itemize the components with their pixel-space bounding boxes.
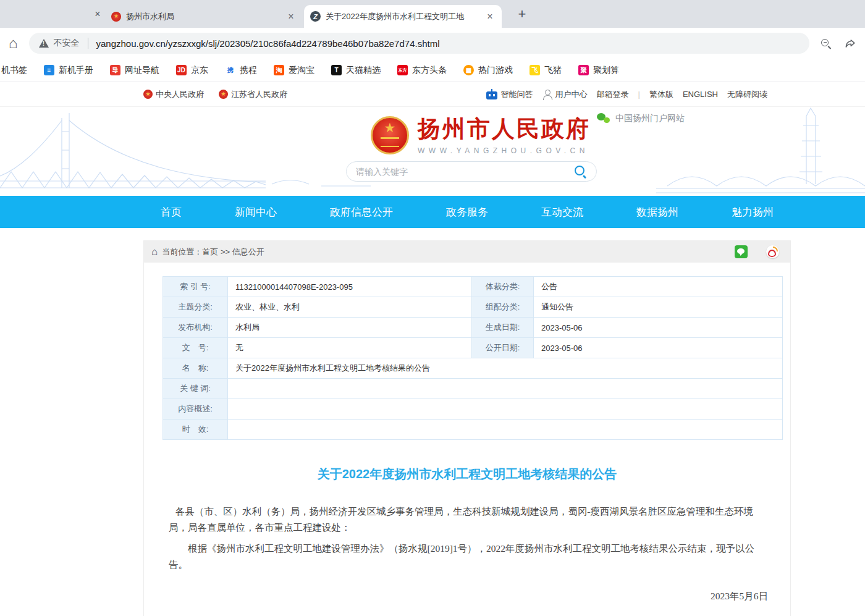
meta-value: 关于2022年度扬州市水利工程文明工地考核结果的公告: [228, 358, 783, 379]
bookmark-label: 新机手册: [59, 65, 93, 76]
bookmark-site-nav[interactable]: 导网址导航: [110, 65, 159, 76]
search-input[interactable]: [356, 167, 569, 177]
national-emblem-icon: [371, 116, 409, 154]
bookmark-phone-bookmarks[interactable]: 机书签: [1, 65, 27, 76]
nav-item-interaction[interactable]: 互动交流: [541, 205, 583, 219]
portal-link[interactable]: 中国扬州门户网站: [597, 113, 685, 124]
smart-qa-link[interactable]: 智能问答: [486, 89, 533, 100]
meta-label: 发布机构:: [163, 318, 228, 338]
bookmark-label: 东方头条: [412, 65, 447, 76]
close-tab-icon[interactable]: [92, 9, 103, 20]
bookmark-label: 爱淘宝: [289, 65, 314, 76]
site-favicon: [310, 11, 321, 22]
bookmark-ctrip[interactable]: 携携程: [225, 65, 257, 76]
share-icon[interactable]: [845, 38, 856, 49]
site-logo[interactable]: 扬州市人民政府 WWW.YANGZHOU.GOV.CN: [371, 116, 591, 155]
english-link[interactable]: ENGLISH: [683, 90, 718, 99]
bookmark-juhuasuan[interactable]: 聚聚划算: [578, 65, 619, 76]
robot-icon: [486, 91, 497, 99]
meta-label: 时 效:: [163, 420, 228, 440]
main-nav: 首页新闻中心政府信息公开政务服务互动交流数据扬州魅力扬州: [0, 196, 865, 228]
main-nav-inner: 首页新闻中心政府信息公开政务服务互动交流数据扬州魅力扬州: [143, 196, 791, 228]
tab-title: 关于2022年度扬州市水利工程文明工地: [326, 11, 479, 22]
utility-links: 智能问答 用户中心 邮箱登录 | 繁体版 ENGLISH 无障碍阅读: [486, 89, 767, 100]
meta-value: [228, 420, 783, 440]
not-secure-warning-icon[interactable]: [39, 39, 49, 48]
close-tab-icon[interactable]: [484, 11, 496, 22]
meta-label: 主题分类:: [163, 297, 228, 318]
user-icon: [542, 90, 552, 99]
bookmark-tmall[interactable]: T天猫精选: [331, 65, 381, 76]
meta-row: 名 称:关于2022年度扬州市水利工程文明工地考核结果的公告: [163, 358, 783, 379]
nav-item-services[interactable]: 政务服务: [446, 205, 488, 219]
nav-item-news[interactable]: 新闻中心: [235, 205, 277, 219]
bookmark-manual[interactable]: ≡新机手册: [44, 65, 93, 76]
new-tab-button[interactable]: [514, 6, 530, 22]
meta-row: 索 引 号:11321000014407098E-2023-095体裁分类:公告: [163, 277, 783, 297]
browser-tab-strip: 扬州市水利局 关于2022年度扬州市水利工程文明工地: [0, 0, 865, 28]
meta-label: 文 号:: [163, 338, 228, 358]
user-center-link[interactable]: 用户中心: [542, 89, 588, 100]
search-icon[interactable]: [574, 165, 587, 178]
gov-link-label: 中央人民政府: [156, 89, 204, 100]
jd-icon: JD: [176, 65, 187, 75]
traditional-version-link[interactable]: 繁体版: [649, 89, 673, 100]
nav-item-charm[interactable]: 魅力扬州: [732, 205, 774, 219]
fliggy-pig-icon: 飞: [530, 65, 540, 75]
gov-link-1[interactable]: 江苏省人民政府: [219, 89, 287, 100]
bookmark-label: 聚划算: [593, 65, 619, 76]
site-name: 扬州市人民政府: [418, 116, 591, 143]
divider: |: [638, 90, 640, 99]
address-bar[interactable]: 不安全 yangzhou.gov.cn/yzszxxgk/slj/202305/…: [29, 33, 810, 54]
nav-item-info-disclosure[interactable]: 政府信息公开: [330, 205, 393, 219]
meta-value: 11321000014407098E-2023-095: [228, 277, 472, 297]
bookmark-games[interactable]: ▦热门游戏: [463, 65, 513, 76]
bookmark-label: 携程: [240, 65, 257, 76]
wechat-share-icon[interactable]: [735, 245, 748, 258]
meta-row: 主题分类:农业、林业、水利组配分类:通知公告: [163, 297, 783, 318]
bookmark-label: 京东: [191, 65, 208, 76]
tab-announcement-active[interactable]: 关于2022年度扬州市水利工程文明工地: [304, 5, 502, 28]
meta-value: 水利局: [228, 318, 472, 338]
breadcrumb-home-icon[interactable]: [151, 247, 158, 257]
bookmark-toutiao[interactable]: 东方东方头条: [397, 65, 447, 76]
meta-label: 名 称:: [163, 358, 228, 379]
mail-login-link[interactable]: 邮箱登录: [597, 89, 629, 100]
close-tab-icon[interactable]: [285, 11, 297, 22]
meta-value: 公告: [534, 277, 783, 297]
weibo-share-icon[interactable]: [766, 245, 779, 258]
zoom-out-icon[interactable]: [821, 38, 831, 49]
meta-value: [228, 399, 783, 420]
meta-row: 发布机构:水利局生成日期:2023-05-06: [163, 318, 783, 338]
taobao-icon: 淘: [274, 65, 284, 75]
omnibox-divider: [88, 38, 88, 49]
meta-label: 生成日期:: [472, 318, 534, 338]
meta-row: 关 键 词:: [163, 379, 783, 399]
meta-value: 2023-05-06: [534, 338, 783, 358]
bookmark-aitaobao[interactable]: 淘爱淘宝: [274, 65, 314, 76]
tab-yangzhou-water-bureau[interactable]: 扬州市水利局: [105, 5, 303, 28]
meta-table-body: 索 引 号:11321000014407098E-2023-095体裁分类:公告…: [163, 277, 783, 440]
browser-toolbar: 不安全 yangzhou.gov.cn/yzszxxgk/slj/202305/…: [0, 28, 865, 59]
home-icon[interactable]: [9, 36, 18, 51]
tmall-icon: T: [331, 65, 342, 75]
nav-item-home[interactable]: 首页: [161, 205, 182, 219]
bookmark-label: 天猫精选: [346, 65, 381, 76]
smart-qa-label: 智能问答: [501, 89, 533, 100]
article-date: 2023年5月6日: [144, 590, 790, 603]
nav-item-data[interactable]: 数据扬州: [636, 205, 678, 219]
meta-value: 农业、林业、水利: [228, 297, 472, 318]
bookmark-label: 热门游戏: [478, 65, 513, 76]
gov-link-0[interactable]: 中央人民政府: [143, 89, 204, 100]
ctrip-dolphin-icon: 携: [225, 65, 235, 75]
accessibility-link[interactable]: 无障碍阅读: [727, 89, 767, 100]
url-text: yangzhou.gov.cn/yzszxxgk/slj/202305/210c…: [96, 38, 440, 49]
gov-links: 中央人民政府江苏省人民政府: [143, 89, 302, 100]
portal-label: 中国扬州门户网站: [615, 113, 685, 124]
bookmark-jd[interactable]: JD京东: [176, 65, 208, 76]
bookmark-fliggy[interactable]: 飞飞猪: [530, 65, 562, 76]
meta-label: 公开日期:: [472, 338, 534, 358]
bookmark-label: 网址导航: [125, 65, 159, 76]
meta-table: 索 引 号:11321000014407098E-2023-095体裁分类:公告…: [162, 276, 783, 440]
security-label: 不安全: [54, 38, 80, 49]
